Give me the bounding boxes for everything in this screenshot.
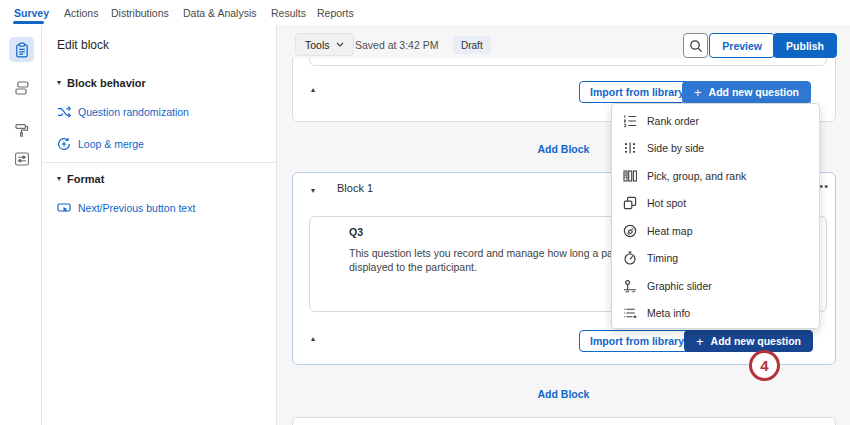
add-new-question-button[interactable]: + Add new question — [684, 330, 813, 352]
block-title[interactable]: Block 1 — [337, 182, 373, 194]
sidebar-divider — [42, 162, 277, 163]
tab-reports[interactable]: Reports — [317, 7, 354, 19]
menu-item-timing[interactable]: Timing — [612, 245, 819, 273]
loop-merge-link[interactable]: Loop & merge — [57, 137, 144, 151]
add-question-label: Add new question — [711, 335, 801, 347]
blocks-icon — [14, 80, 30, 96]
section-block-behavior[interactable]: ▾ Block behavior — [57, 77, 146, 89]
menu-item-rank-order[interactable]: Rank order — [612, 107, 819, 135]
heat-map-icon — [623, 224, 637, 238]
publish-button[interactable]: Publish — [773, 33, 837, 58]
menu-item-label: Pick, group, and rank — [647, 170, 746, 182]
menu-item-label: Side by side — [647, 142, 704, 154]
plus-icon: + — [694, 86, 702, 99]
loop-icon — [57, 137, 71, 151]
link-label: Loop & merge — [78, 138, 144, 150]
tab-distributions[interactable]: Distributions — [111, 7, 169, 19]
menu-item-label: Hot spot — [647, 197, 686, 209]
settings-sliders-icon — [14, 151, 30, 167]
collapse-block-icon[interactable]: ▴ — [311, 334, 315, 343]
block-options-icon[interactable]: •• — [819, 180, 829, 192]
question-card-partial[interactable] — [309, 58, 827, 66]
plus-icon: + — [696, 335, 704, 348]
tools-menu-button[interactable]: Tools — [295, 33, 354, 56]
rail-survey-flow-button[interactable] — [9, 75, 34, 100]
preview-button[interactable]: Preview — [709, 33, 775, 58]
add-new-question-button[interactable]: + Add new question — [682, 81, 811, 103]
meta-info-icon — [623, 306, 637, 320]
menu-item-label: Timing — [647, 252, 678, 264]
step-annotation-badge: 4 — [749, 350, 780, 381]
qualtrics-survey-editor: Survey Actions Distributions Data & Anal… — [0, 0, 850, 425]
chevron-down-icon — [336, 42, 344, 47]
caret-down-icon: ▾ — [57, 79, 61, 87]
stopwatch-icon — [623, 251, 637, 265]
menu-item-label: Heat map — [647, 225, 693, 237]
link-label: Question randomization — [78, 106, 189, 118]
menu-item-label: Meta info — [647, 307, 690, 319]
next-previous-button-text-link[interactable]: Next/Previous button text — [57, 201, 195, 215]
top-nav: Survey Actions Distributions Data & Anal… — [0, 0, 850, 25]
tools-label: Tools — [305, 39, 330, 51]
section-format[interactable]: ▾ Format — [57, 173, 104, 185]
add-question-label: Add new question — [709, 86, 799, 98]
menu-item-graphic-slider[interactable]: Graphic slider — [612, 272, 819, 300]
collapse-block-icon[interactable]: ▴ — [311, 85, 315, 94]
hot-spot-icon — [623, 196, 637, 210]
survey-canvas: Tools Saved at 3:42 PM Draft Preview Pub… — [277, 25, 850, 425]
menu-item-label: Rank order — [647, 115, 699, 127]
menu-item-side-by-side[interactable]: Side by side — [612, 135, 819, 163]
paint-roller-icon — [14, 122, 30, 138]
import-from-library-button[interactable]: Import from library — [579, 81, 695, 103]
tab-data-analysis[interactable]: Data & Analysis — [183, 7, 257, 19]
block-scroll-area[interactable]: ▴ Import from library + Add new question… — [277, 58, 850, 425]
panel-title: Edit block — [57, 38, 109, 52]
pick-group-rank-icon — [623, 169, 637, 183]
draft-status-badge: Draft — [453, 36, 491, 54]
rail-look-and-feel-button[interactable] — [9, 117, 34, 142]
button-cursor-icon — [57, 201, 71, 215]
edit-block-panel: Edit block ▾ Block behavior Question ran… — [42, 25, 277, 425]
search-icon — [689, 39, 703, 53]
rank-order-icon — [623, 114, 637, 128]
add-block-link[interactable]: Add Block — [277, 388, 850, 400]
section-label: Block behavior — [67, 77, 146, 89]
menu-item-hot-spot[interactable]: Hot spot — [612, 190, 819, 218]
tab-survey[interactable]: Survey — [14, 7, 49, 19]
menu-item-label: Graphic slider — [647, 280, 712, 292]
active-tab-underline — [13, 21, 44, 24]
shuffle-icon — [57, 105, 71, 119]
menu-item-meta-info[interactable]: Meta info — [612, 300, 819, 328]
side-by-side-icon — [623, 141, 637, 155]
graphic-slider-icon — [623, 279, 637, 293]
autosave-status: Saved at 3:42 PM — [355, 39, 438, 51]
section-label: Format — [67, 173, 104, 185]
caret-down-icon: ▾ — [57, 175, 61, 183]
question-randomization-link[interactable]: Question randomization — [57, 105, 189, 119]
menu-item-heat-map[interactable]: Heat map — [612, 217, 819, 245]
rail-survey-builder-button[interactable] — [9, 37, 34, 62]
import-from-library-button[interactable]: Import from library — [579, 330, 695, 352]
link-label: Next/Previous button text — [78, 202, 195, 214]
clipboard-icon — [14, 42, 30, 58]
question-type-menu: Rank order Side by side — [611, 103, 820, 329]
question-id: Q3 — [349, 226, 363, 238]
icon-rail — [0, 25, 42, 425]
search-button[interactable] — [683, 33, 708, 58]
menu-item-pick-group-rank[interactable]: Pick, group, and rank — [612, 162, 819, 190]
rail-survey-options-button[interactable] — [9, 146, 34, 171]
tab-actions[interactable]: Actions — [64, 7, 98, 19]
tab-results[interactable]: Results — [271, 7, 306, 19]
collapse-block-icon[interactable]: ▾ — [311, 186, 315, 195]
block-next — [292, 417, 836, 425]
